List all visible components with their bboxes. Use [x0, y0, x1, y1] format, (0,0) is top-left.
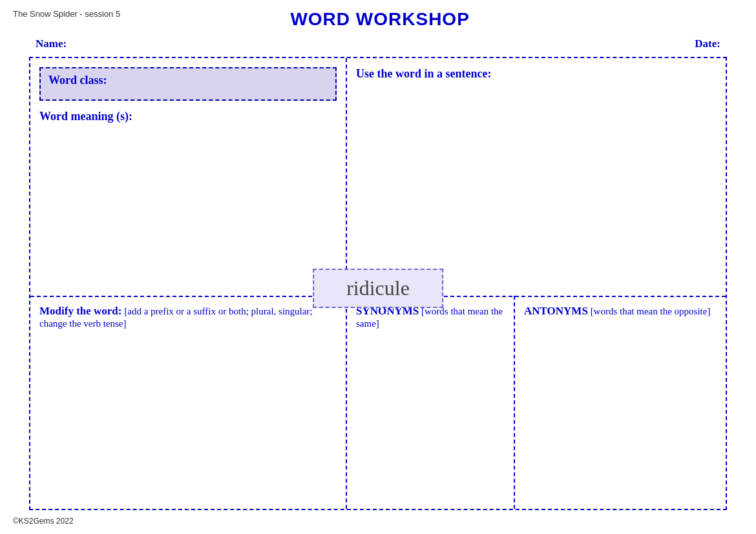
modify-title: Modify the word: [add a prefix or a suff…: [39, 305, 337, 329]
footer: ©KS2Gems 2022: [0, 510, 756, 532]
antonyms-panel: ANTONYMS [words that mean the opposite]: [515, 296, 726, 509]
main-title: WORD WORKSHOP: [120, 9, 640, 30]
copyright-label: ©KS2Gems 2022: [13, 517, 74, 526]
name-date-row: Name: Date:: [0, 32, 756, 57]
antonyms-title: ANTONYMS [words that mean the opposite]: [524, 305, 717, 318]
word-meaning-label: Word meaning (s):: [39, 110, 337, 123]
antonyms-bold-label: ANTONYMS: [524, 305, 588, 317]
antonyms-normal-label: [words that mean the opposite]: [588, 306, 711, 316]
word-class-label: Word class:: [48, 74, 107, 87]
synonyms-title: SYNONYMS [words that mean the same]: [356, 305, 505, 329]
page-header: The Snow Spider - session 5 WORD WORKSHO…: [0, 0, 756, 32]
date-label: Date:: [695, 37, 720, 50]
modify-bold-label: Modify the word:: [39, 305, 121, 317]
session-title: The Snow Spider - session 5: [13, 9, 120, 19]
use-word-label: Use the word in a sentence:: [356, 67, 717, 81]
synonyms-panel: SYNONYMS [words that mean the same]: [347, 296, 515, 509]
left-panel: Word class: Word meaning (s):: [30, 58, 347, 296]
top-section: Word class: Word meaning (s): Use the wo…: [30, 58, 726, 297]
right-panel: Use the word in a sentence:: [347, 58, 726, 296]
word-class-box: Word class:: [39, 67, 337, 101]
center-word-box: ridicule: [313, 269, 443, 308]
worksheet-container: Word class: Word meaning (s): Use the wo…: [29, 57, 727, 510]
modify-panel: Modify the word: [add a prefix or a suff…: [30, 296, 347, 509]
bottom-section: Modify the word: [add a prefix or a suff…: [30, 296, 726, 509]
name-label: Name:: [36, 37, 67, 50]
